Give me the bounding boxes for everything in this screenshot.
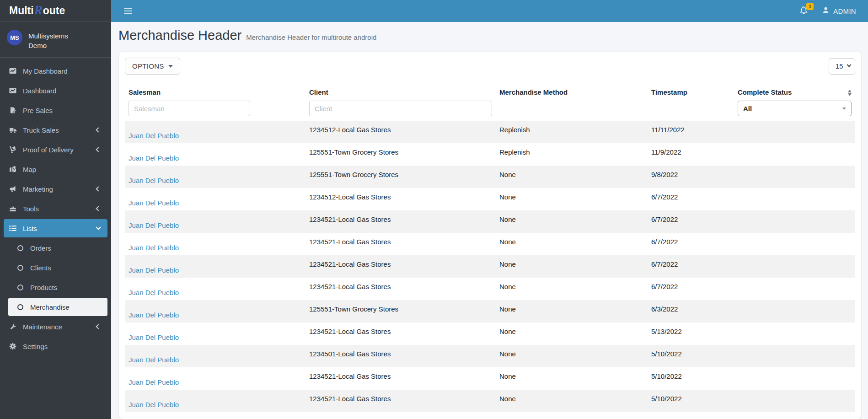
sidebar-item-merchandise[interactable]: Merchandise [8, 298, 107, 316]
method-cell: None [496, 233, 648, 255]
chevron-left-icon [96, 147, 101, 152]
sidebar-item-map[interactable]: Map [4, 160, 107, 178]
chart-line-icon [8, 67, 17, 75]
user-label: ADMIN [833, 7, 856, 15]
client-cell: 125551-Town Grocery Stores [305, 300, 496, 322]
table-row: Juan Del Pueblo 1234521-Local Gas Stores… [125, 255, 855, 278]
salesman-link[interactable]: Juan Del Pueblo [129, 401, 179, 408]
app-logo[interactable]: MultiRoute [0, 0, 111, 22]
salesman-link[interactable]: Juan Del Pueblo [129, 356, 179, 364]
sidebar-item-lists[interactable]: Lists [4, 219, 107, 237]
column-header-status: Complete Status [734, 82, 855, 101]
client-cell: 1234521-Local Gas Stores [305, 255, 496, 278]
top-navbar: 1 ADMIN [111, 0, 868, 22]
salesman-link[interactable]: Juan Del Pueblo [129, 266, 179, 274]
notification-badge: 1 [806, 3, 814, 10]
client-cell: 1234521-Local Gas Stores [305, 390, 496, 412]
sidebar-item-truck-sales[interactable]: Truck Sales [4, 121, 107, 139]
timestamp-cell: 5/10/2022 [648, 345, 734, 367]
client-cell: 1234521-Local Gas Stores [305, 210, 496, 233]
status-filter-select[interactable]: All [738, 101, 852, 116]
client-cell: 125551-Town Grocery Stores [305, 166, 496, 188]
salesman-link[interactable]: Juan Del Pueblo [129, 221, 179, 229]
page-title: Merchandise Header [118, 28, 241, 43]
navbar-right: 1 ADMIN [799, 5, 868, 16]
method-cell: None [496, 166, 648, 188]
chevron-left-icon [96, 186, 101, 191]
toolbox-icon [8, 205, 17, 212]
client-filter-input[interactable] [309, 101, 492, 116]
list-icon [8, 225, 17, 232]
chevron-left-icon [96, 206, 101, 211]
method-cell: Replenish [496, 121, 648, 143]
timestamp-cell: 11/9/2022 [648, 143, 734, 166]
chevron-left-icon [96, 324, 101, 329]
salesman-link[interactable]: Juan Del Pueblo [129, 132, 179, 140]
method-cell: None [496, 322, 648, 345]
menu-toggle-icon[interactable] [121, 5, 135, 17]
salesman-link[interactable]: Juan Del Pueblo [129, 333, 179, 341]
sort-icon[interactable] [848, 90, 852, 96]
sidebar: MultiRoute MS Multisystems Demo My Dashb… [0, 0, 111, 419]
method-cell: None [496, 345, 648, 367]
circle-icon [16, 284, 25, 291]
sidebar-item-my-dashboard[interactable]: My Dashboard [4, 62, 107, 80]
sidebar-item-proof-of-delivery[interactable]: Proof of Delivery [4, 140, 107, 159]
options-button[interactable]: OPTIONS [125, 58, 180, 75]
sidebar-item-dashboard[interactable]: Dashboard [4, 81, 107, 100]
chart-line-icon [8, 87, 17, 94]
timestamp-cell: 6/7/2022 [648, 233, 734, 255]
sidebar-item-settings[interactable]: Settings [4, 337, 107, 355]
avatar: MS [7, 30, 22, 45]
sidebar-item-maintenance[interactable]: Maintenance [4, 317, 107, 336]
timestamp-cell: 6/7/2022 [648, 255, 734, 278]
salesman-link[interactable]: Juan Del Pueblo [129, 378, 179, 386]
salesman-link[interactable]: Juan Del Pueblo [129, 154, 179, 162]
timestamp-cell: 5/13/2022 [648, 322, 734, 345]
sidebar-item-clients[interactable]: Clients [8, 258, 107, 277]
sidebar-item-marketing[interactable]: Marketing [4, 180, 107, 198]
merchandise-table: Salesman Client Merchandise Method Times… [125, 82, 855, 412]
client-cell: 1234501-Local Gas Stores [305, 345, 496, 367]
pen-file-icon [8, 107, 17, 114]
salesman-filter-input[interactable] [129, 101, 250, 116]
salesman-link[interactable]: Juan Del Pueblo [129, 199, 179, 207]
page-size-select[interactable]: 15 [829, 58, 855, 75]
sidebar-item-pre-sales[interactable]: Pre Sales [4, 101, 107, 119]
timestamp-cell: 6/3/2022 [648, 300, 734, 322]
column-header-client: Client [305, 82, 496, 101]
sidebar-item-orders[interactable]: Orders [8, 239, 107, 257]
column-header-salesman: Salesman [125, 82, 305, 101]
salesman-link[interactable]: Juan Del Pueblo [129, 244, 179, 252]
caret-down-icon [842, 107, 846, 110]
salesman-link[interactable]: Juan Del Pueblo [129, 311, 179, 319]
notifications-button[interactable]: 1 [799, 5, 808, 16]
method-cell: None [496, 188, 648, 210]
map-marker-icon [8, 166, 17, 173]
user-panel[interactable]: MS Multisystems Demo [0, 22, 111, 58]
card-toolbar: OPTIONS 15 [125, 58, 855, 75]
gear-icon [8, 343, 17, 350]
circle-icon [16, 244, 25, 252]
table-row: Juan Del Pueblo 1234512-Local Gas Stores… [125, 188, 855, 210]
caret-down-icon [168, 65, 173, 68]
client-cell: 1234521-Local Gas Stores [305, 367, 496, 390]
method-cell: Replenish [496, 143, 648, 166]
sidebar-item-products[interactable]: Products [8, 278, 107, 296]
content-area: Merchandise Header Merchandise Header fo… [111, 22, 868, 419]
client-cell: 1234521-Local Gas Stores [305, 278, 496, 300]
table-row: Juan Del Pueblo 1234521-Local Gas Stores… [125, 278, 855, 300]
salesman-link[interactable]: Juan Del Pueblo [129, 177, 179, 184]
method-cell: None [496, 210, 648, 233]
user-menu[interactable]: ADMIN [822, 6, 856, 16]
timestamp-cell: 6/7/2022 [648, 278, 734, 300]
timestamp-cell: 6/7/2022 [648, 210, 734, 233]
sidebar-item-tools[interactable]: Tools [4, 199, 107, 218]
logo-r-glyph: R [34, 3, 43, 17]
table-row: Juan Del Pueblo 125551-Town Grocery Stor… [125, 143, 855, 166]
client-cell: 1234512-Local Gas Stores [305, 188, 496, 210]
salesman-link[interactable]: Juan Del Pueblo [129, 289, 179, 296]
logo-text-multi: Multi [9, 5, 34, 17]
lists-submenu: Orders Clients Products Merchandise [4, 239, 107, 316]
table-row: Juan Del Pueblo 1234521-Local Gas Stores… [125, 390, 855, 412]
